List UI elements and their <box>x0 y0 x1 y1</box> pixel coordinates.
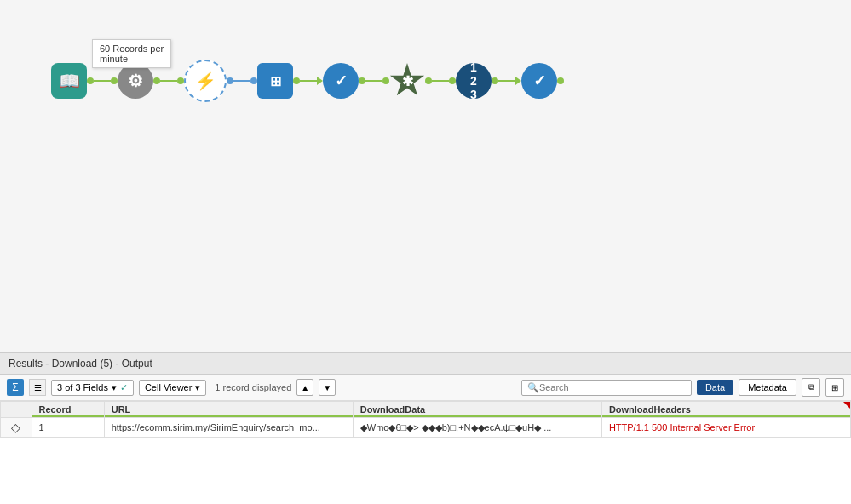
table-row: ◇ 1 https://ecomm.sirim.my/SirimEnquiry/… <box>1 418 851 438</box>
connector <box>432 80 449 82</box>
row-selector[interactable]: ◇ <box>1 418 32 438</box>
connector <box>425 77 432 84</box>
check-icon: ✓ <box>335 72 348 90</box>
nav-up-button[interactable]: ▲ <box>296 379 313 396</box>
book-icon: 📖 <box>59 71 80 91</box>
cell-viewer-label: Cell Viewer <box>145 382 192 392</box>
fields-label: 3 of 3 Fields <box>57 382 108 392</box>
node-gear[interactable]: ⚙ <box>118 63 153 99</box>
connector <box>160 80 177 82</box>
node-lightning[interactable]: ⚡ <box>184 60 227 102</box>
gear-icon: ⚙ <box>128 71 143 91</box>
connector <box>293 77 300 84</box>
col-header-downloaddata: DownloadData <box>353 402 601 418</box>
star-icon: ✱ <box>402 73 413 89</box>
data-table-wrapper: Record URL DownloadData DownloadH <box>0 401 851 504</box>
connector <box>250 77 257 84</box>
cell-viewer-dropdown-icon: ▾ <box>195 382 200 393</box>
connector <box>498 80 515 82</box>
connector <box>365 80 382 82</box>
metadata-button[interactable]: Metadata <box>739 379 796 396</box>
data-table: Record URL DownloadData DownloadH <box>0 401 851 438</box>
connector <box>227 77 233 84</box>
connector <box>87 77 94 84</box>
cell-downloadheaders: HTTP/1.1 500 Internal Server Error <box>601 418 850 438</box>
connector <box>177 77 184 84</box>
cell-downloaddata: ◆Wmo◆6□◆> ◆◆◆b)□,+N◆◆ecA.ψ□◆uH◆ ... <box>353 418 601 438</box>
node-star[interactable]: ✱ <box>389 63 425 99</box>
connector <box>111 77 118 84</box>
cell-record: 1 <box>32 418 104 438</box>
cell-url: https://ecomm.sirim.my/SirimEnquiry/sear… <box>104 418 353 438</box>
panel-title: Results - Download (5) - Output <box>0 353 851 375</box>
connector <box>449 77 456 84</box>
connector <box>94 80 111 82</box>
node-num[interactable]: 123 <box>456 63 492 99</box>
connector <box>492 77 498 84</box>
connector <box>557 77 564 84</box>
col-header-rownum <box>1 402 32 418</box>
connector <box>153 77 160 84</box>
list-view-button[interactable]: ☰ <box>29 379 46 396</box>
sigma-button[interactable]: Σ <box>7 379 24 396</box>
tooltip-line1: 60 Records per <box>100 43 164 54</box>
grid-icon: ⊞ <box>270 73 281 89</box>
metadata-label: Metadata <box>748 382 787 392</box>
connector <box>233 80 250 82</box>
fields-dropdown-icon: ▾ <box>112 382 117 393</box>
search-container: 🔍 <box>521 380 692 396</box>
connector-arrow <box>317 77 323 85</box>
export-button[interactable]: ⊞ <box>825 378 844 397</box>
node-tooltip: 60 Records per minute <box>92 39 171 68</box>
col-header-downloadheaders: DownloadHeaders <box>601 402 850 418</box>
nav-down-button[interactable]: ▼ <box>319 379 336 396</box>
node-grid[interactable]: ⊞ <box>257 63 293 99</box>
workflow-canvas: 📖 ⚙ ⚡ ⊞ ✓ ✱ <box>0 0 851 353</box>
record-count: 1 record displayed <box>215 382 291 392</box>
num-icon: 123 <box>470 60 477 101</box>
results-toolbar: Σ ☰ 3 of 3 Fields ▾ ✓ Cell Viewer ▾ 1 re… <box>0 375 851 401</box>
data-button[interactable]: Data <box>697 380 733 395</box>
lightning-icon: ⚡ <box>195 71 216 91</box>
data-label: Data <box>705 382 725 392</box>
check2-icon: ✓ <box>533 72 546 90</box>
results-panel: Results - Download (5) - Output Σ ☰ 3 of… <box>0 353 851 504</box>
fields-check-icon: ✓ <box>120 382 128 393</box>
connector <box>359 77 365 84</box>
search-icon: 🔍 <box>527 382 539 393</box>
search-input[interactable] <box>539 382 676 392</box>
col-header-record: Record <box>32 402 104 418</box>
connector <box>300 80 317 82</box>
tooltip-line2: minute <box>100 54 164 64</box>
node-check2[interactable]: ✓ <box>521 63 557 99</box>
cell-viewer-button[interactable]: Cell Viewer ▾ <box>139 380 206 396</box>
node-book[interactable]: 📖 <box>51 63 87 99</box>
connector <box>382 77 389 84</box>
copy-button[interactable]: ⧉ <box>802 378 820 397</box>
fields-button[interactable]: 3 of 3 Fields ▾ ✓ <box>51 380 134 396</box>
connector-arrow <box>515 77 521 85</box>
node-check1[interactable]: ✓ <box>323 63 359 99</box>
col-header-url: URL <box>104 402 353 418</box>
